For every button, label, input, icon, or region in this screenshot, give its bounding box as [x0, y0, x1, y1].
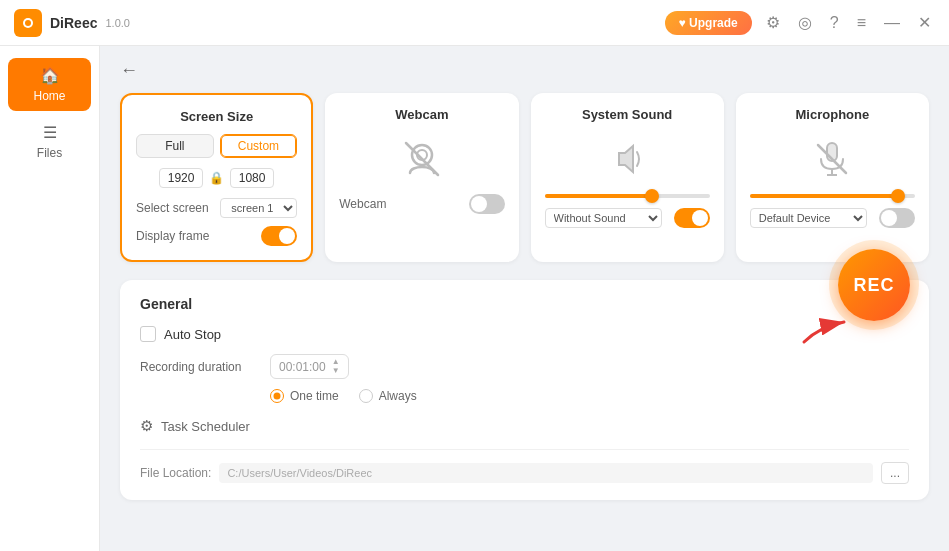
screen-size-card: Screen Size Full Custom 🔒 Select screen … — [120, 93, 313, 262]
files-icon: ☰ — [43, 123, 57, 142]
system-sound-slider[interactable] — [545, 194, 710, 198]
help-icon[interactable]: ? — [826, 12, 843, 34]
webcam-label: Webcam — [339, 197, 386, 211]
webcam-toggle[interactable] — [469, 194, 505, 214]
webcam-icon — [339, 132, 504, 186]
mic-device-select[interactable]: Default Device — [750, 208, 867, 228]
radio-row: One time Always — [270, 389, 909, 403]
sound-select-row: Without Sound Default Device — [545, 208, 710, 228]
display-frame-toggle[interactable] — [261, 226, 297, 246]
webcam-bottom-row: Webcam — [339, 194, 504, 214]
minimize-icon[interactable]: — — [880, 12, 904, 34]
mic-select-row: Default Device — [750, 208, 915, 228]
resolution-row: 🔒 — [136, 168, 297, 188]
webcam-title: Webcam — [339, 107, 504, 122]
one-time-radio-circle — [270, 389, 284, 403]
home-icon: 🏠 — [40, 66, 60, 85]
titlebar: DiReec 1.0.0 ♥ Upgrade ⚙ ◎ ? ≡ — ✕ — [0, 0, 949, 46]
rec-arrow — [799, 307, 859, 350]
select-screen-label: Select screen — [136, 201, 209, 215]
duration-arrows: ▲ ▼ — [332, 358, 340, 375]
mic-toggle[interactable] — [879, 208, 915, 228]
menu-icon[interactable]: ≡ — [853, 12, 870, 34]
mic-slider[interactable] — [750, 194, 915, 198]
main-layout: 🏠 Home ☰ Files ← Screen Size Full Custom — [0, 46, 949, 551]
lock-icon: 🔒 — [209, 171, 224, 185]
content-area: ← Screen Size Full Custom 🔒 — [100, 46, 949, 551]
titlebar-right: ♥ Upgrade ⚙ ◎ ? ≡ — ✕ — [665, 11, 935, 35]
system-sound-toggle[interactable] — [674, 208, 710, 228]
screen-size-title: Screen Size — [136, 109, 297, 124]
settings-icon[interactable]: ◎ — [794, 11, 816, 34]
content-inner: ← Screen Size Full Custom 🔒 — [120, 60, 929, 500]
app-logo — [14, 9, 42, 37]
general-title: General — [140, 296, 909, 312]
cards-row: Screen Size Full Custom 🔒 Select screen … — [120, 93, 929, 262]
file-location-dots-button[interactable]: ... — [881, 462, 909, 484]
task-scheduler-label: Task Scheduler — [161, 419, 250, 434]
system-sound-card: System Sound — [531, 93, 724, 262]
always-radio[interactable]: Always — [359, 389, 417, 403]
duration-value: 00:01:00 — [279, 360, 326, 374]
display-frame-label: Display frame — [136, 229, 209, 243]
webcam-card: Webcam Webcam — [325, 93, 518, 262]
file-location-label: File Location: — [140, 466, 211, 480]
close-icon[interactable]: ✕ — [914, 11, 935, 34]
select-screen-row: Select screen screen 1 screen 2 — [136, 198, 297, 218]
duration-row: Recording duration 00:01:00 ▲ ▼ — [140, 354, 909, 379]
sidebar: 🏠 Home ☰ Files — [0, 46, 100, 551]
screen-select[interactable]: screen 1 screen 2 — [220, 198, 297, 218]
sidebar-item-home[interactable]: 🏠 Home — [8, 58, 91, 111]
always-label: Always — [379, 389, 417, 403]
duration-down-arrow[interactable]: ▼ — [332, 367, 340, 375]
autostop-checkbox[interactable] — [140, 326, 156, 342]
autostop-row: Auto Stop — [140, 326, 909, 342]
one-time-label: One time — [290, 389, 339, 403]
app-name: DiReec — [50, 15, 97, 31]
duration-input-wrap: 00:01:00 ▲ ▼ — [270, 354, 349, 379]
sound-icon — [545, 132, 710, 186]
task-scheduler-row[interactable]: ⚙ Task Scheduler — [140, 417, 909, 435]
microphone-card: Microphone — [736, 93, 929, 262]
sidebar-item-home-label: Home — [33, 89, 65, 103]
coin-icon[interactable]: ⚙ — [762, 11, 784, 34]
titlebar-left: DiReec 1.0.0 — [14, 9, 130, 37]
sound-select[interactable]: Without Sound Default Device — [545, 208, 662, 228]
sidebar-item-files[interactable]: ☰ Files — [8, 115, 91, 168]
svg-point-2 — [25, 20, 31, 26]
display-frame-row: Display frame — [136, 226, 297, 246]
app-version: 1.0.0 — [105, 17, 129, 29]
microphone-title: Microphone — [750, 107, 915, 122]
sidebar-item-files-label: Files — [37, 146, 62, 160]
width-input[interactable] — [159, 168, 203, 188]
upgrade-button[interactable]: ♥ Upgrade — [665, 11, 752, 35]
svg-point-3 — [412, 145, 432, 165]
system-sound-title: System Sound — [545, 107, 710, 122]
file-location-row: File Location: C:/Users/User/Videos/DiRe… — [140, 449, 909, 484]
duration-up-arrow[interactable]: ▲ — [332, 358, 340, 366]
full-size-button[interactable]: Full — [136, 134, 214, 158]
always-radio-circle — [359, 389, 373, 403]
duration-label: Recording duration — [140, 360, 260, 374]
back-button[interactable]: ← — [120, 60, 138, 81]
size-btn-group: Full Custom — [136, 134, 297, 158]
one-time-radio[interactable]: One time — [270, 389, 339, 403]
rec-area: REC — [829, 240, 919, 330]
task-gear-icon: ⚙ — [140, 417, 153, 435]
autostop-label: Auto Stop — [164, 327, 221, 342]
custom-size-button[interactable]: Custom — [220, 134, 298, 158]
mic-icon — [750, 132, 915, 186]
height-input[interactable] — [230, 168, 274, 188]
file-path: C:/Users/User/Videos/DiReec — [219, 463, 873, 483]
